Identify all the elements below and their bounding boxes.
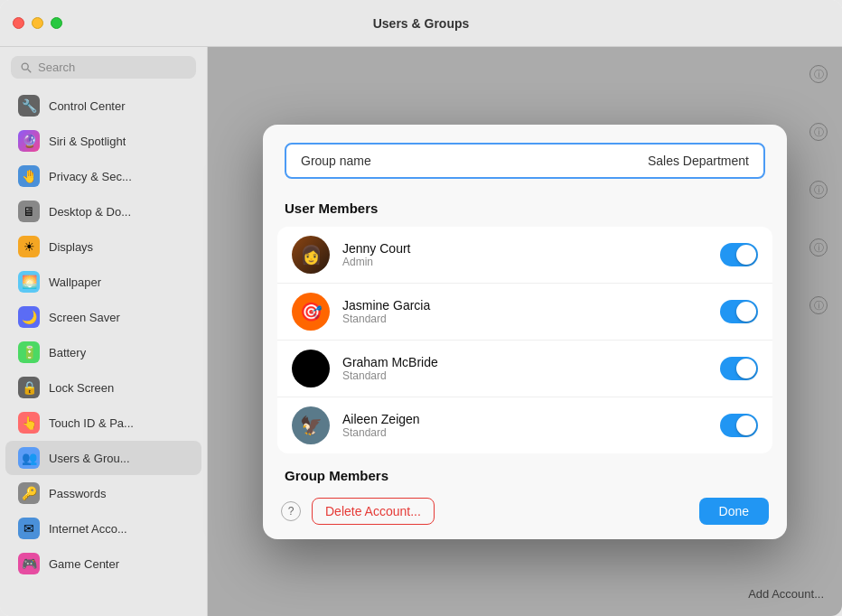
sidebar-label-screensaver: Screen Saver [49, 311, 120, 324]
search-placeholder: Search [38, 61, 75, 74]
sidebar-icon-game-center: 🎮 [18, 553, 40, 574]
search-bar[interactable]: Search [11, 56, 196, 79]
done-button[interactable]: Done [699, 498, 769, 525]
window-title: Users & Groups [373, 16, 470, 31]
svg-line-1 [28, 69, 32, 72]
toggle-jasmine[interactable] [720, 300, 758, 323]
sidebar-label-desktop: Desktop & Do... [49, 205, 131, 219]
member-role-jasmine: Standard [342, 313, 707, 325]
member-name-graham: Graham McBride [342, 355, 707, 369]
sidebar-item-screensaver[interactable]: 🌙 Screen Saver [5, 300, 201, 334]
member-name-jenny: Jenny Court [342, 241, 707, 256]
sidebar-item-privacy[interactable]: 🤚 Privacy & Sec... [5, 159, 201, 193]
member-role-graham: Standard [342, 369, 707, 382]
modal-footer: ? Delete Account... Done [263, 483, 787, 539]
sidebar-item-touch-id[interactable]: 👆 Touch ID & Pa... [5, 406, 201, 440]
avatar-aileen: 🦅 [292, 406, 330, 444]
sidebar-icon-siri: 🔮 [18, 130, 40, 152]
sidebar-item-control-center[interactable]: 🔧 Control Center [5, 89, 201, 123]
member-role-aileen: Standard [342, 426, 707, 439]
member-name-jasmine: Jasmine Garcia [342, 298, 707, 313]
sidebar-icon-control-center: 🔧 [18, 95, 40, 117]
sidebar-label-siri: Siri & Spotlight [49, 135, 126, 148]
member-info-jasmine: Jasmine Garcia Standard [342, 298, 707, 325]
toggle-jenny[interactable] [720, 243, 758, 266]
sidebar-item-desktop[interactable]: 🖥 Desktop & Do... [5, 194, 201, 229]
sidebar-icon-internet-accounts: ✉ [18, 518, 40, 539]
sidebar-icon-displays: ☀ [18, 236, 40, 257]
sidebar-item-game-center[interactable]: 🎮 Game Center [5, 546, 201, 581]
main-window: Users & Groups Search 🔧 Control Center 🔮… [0, 0, 842, 616]
group-name-value: Sales Department [648, 154, 749, 168]
group-members-title: Group Members [285, 468, 765, 483]
sidebar-label-lock-screen: Lock Screen [49, 381, 114, 395]
sidebar-icon-battery: 🔋 [18, 341, 40, 363]
group-members-section: Group Members [263, 453, 787, 483]
sidebar-item-lock-screen[interactable]: 🔒 Lock Screen [5, 370, 201, 405]
member-row-graham: ☯ Graham McBride Standard [277, 341, 772, 397]
toggle-graham[interactable] [720, 357, 758, 380]
close-button[interactable] [13, 17, 24, 29]
sidebar-icon-passwords: 🔑 [18, 482, 40, 504]
content-area: Search 🔧 Control Center 🔮 Siri & Spotlig… [0, 47, 842, 616]
sidebar-label-wallpaper: Wallpaper [49, 275, 101, 289]
sidebar-label-control-center: Control Center [49, 99, 126, 113]
sidebar-item-displays[interactable]: ☀ Displays [5, 229, 201, 264]
sidebar-icon-wallpaper: 🌅 [18, 271, 40, 293]
member-row-jenny: 👩 Jenny Court Admin [277, 227, 772, 284]
help-button[interactable]: ? [281, 501, 301, 521]
member-row-aileen: 🦅 Aileen Zeigen Standard [277, 397, 772, 453]
sidebar-item-internet-accounts[interactable]: ✉ Internet Acco... [5, 511, 201, 546]
avatar-jasmine: 🎯 [292, 293, 330, 331]
modal-overlay: Group name Sales Department User Members… [208, 47, 842, 616]
sidebar-label-internet-accounts: Internet Acco... [49, 522, 127, 536]
main-content: ⓘ ⓘ ⓘ ⓘ ⓘ Add Account... Group name Sale… [208, 47, 842, 616]
sidebar-icon-lock-screen: 🔒 [18, 377, 40, 398]
sidebar-label-privacy: Privacy & Sec... [49, 170, 132, 183]
members-list: 👩 Jenny Court Admin 🎯 Jasmine Garcia [277, 227, 772, 453]
avatar-graham: ☯ [292, 350, 330, 387]
sidebar-label-battery: Battery [49, 346, 86, 359]
search-icon [20, 61, 33, 74]
member-role-jenny: Admin [342, 256, 707, 268]
sidebar: Search 🔧 Control Center 🔮 Siri & Spotlig… [0, 47, 208, 616]
member-name-aileen: Aileen Zeigen [342, 412, 707, 426]
sidebar-icon-touch-id: 👆 [18, 412, 40, 434]
sidebar-label-game-center: Game Center [49, 557, 119, 571]
sidebar-item-passwords[interactable]: 🔑 Passwords [5, 476, 201, 510]
minimize-button[interactable] [32, 17, 43, 29]
sidebar-icon-privacy: 🤚 [18, 165, 40, 187]
group-name-field[interactable]: Group name Sales Department [285, 143, 765, 179]
modal-dialog: Group name Sales Department User Members… [263, 125, 787, 539]
sidebar-label-touch-id: Touch ID & Pa... [49, 416, 134, 430]
member-info-aileen: Aileen Zeigen Standard [342, 412, 707, 439]
sidebar-icon-screensaver: 🌙 [18, 306, 40, 328]
delete-account-button[interactable]: Delete Account... [312, 498, 435, 525]
sidebar-item-battery[interactable]: 🔋 Battery [5, 335, 201, 369]
maximize-button[interactable] [51, 17, 62, 29]
sidebar-item-wallpaper[interactable]: 🌅 Wallpaper [5, 265, 201, 299]
toggle-aileen[interactable] [720, 414, 758, 437]
sidebar-label-users-groups: Users & Grou... [49, 452, 130, 465]
svg-point-0 [22, 63, 28, 70]
member-info-jenny: Jenny Court Admin [342, 241, 707, 268]
sidebar-label-displays: Displays [49, 240, 93, 254]
traffic-lights [13, 17, 62, 29]
member-row-jasmine: 🎯 Jasmine Garcia Standard [277, 284, 772, 341]
sidebar-item-users-groups[interactable]: 👥 Users & Grou... [5, 441, 201, 475]
titlebar: Users & Groups [0, 0, 842, 47]
sidebar-icon-users-groups: 👥 [18, 447, 40, 469]
group-name-label: Group name [301, 154, 648, 168]
sidebar-icon-desktop: 🖥 [18, 201, 40, 222]
avatar-jenny: 👩 [292, 236, 330, 274]
user-members-title: User Members [263, 201, 787, 216]
sidebar-list: 🔧 Control Center 🔮 Siri & Spotlight 🤚 Pr… [0, 88, 207, 616]
sidebar-item-siri[interactable]: 🔮 Siri & Spotlight [5, 124, 201, 158]
member-info-graham: Graham McBride Standard [342, 355, 707, 382]
modal-header: Group name Sales Department [263, 125, 787, 179]
sidebar-label-passwords: Passwords [49, 487, 107, 500]
